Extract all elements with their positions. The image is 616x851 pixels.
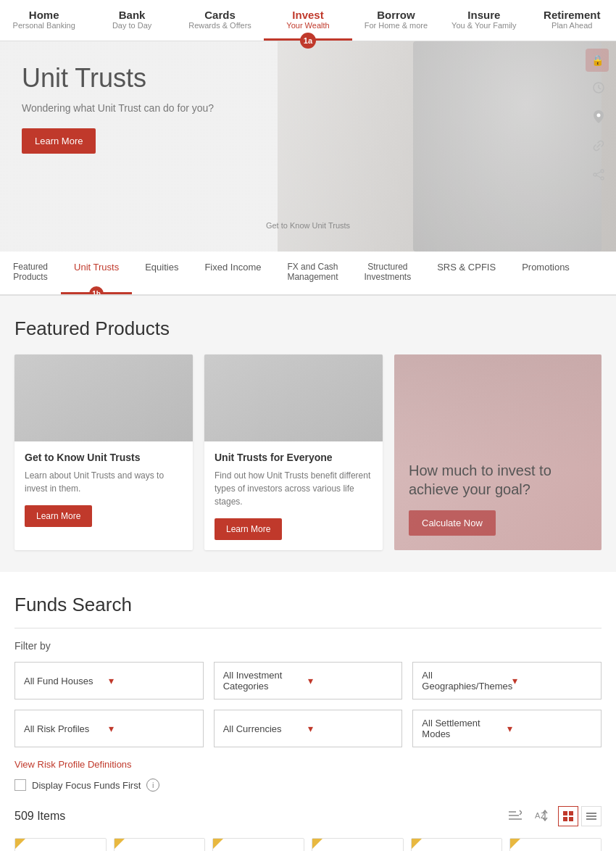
svg-point-5 bbox=[594, 173, 596, 176]
chevron-down-icon: ▾ bbox=[512, 675, 592, 686]
filter-risk-profiles[interactable]: All Risk Profiles ▾ bbox=[14, 710, 204, 747]
funds-search-title: Funds Search bbox=[14, 594, 602, 616]
filter-sort-icon[interactable] bbox=[506, 807, 525, 826]
product-card-2-image bbox=[204, 354, 383, 441]
featured-products-title: Featured Products bbox=[14, 317, 602, 340]
fund-flag-icon bbox=[510, 839, 520, 849]
chevron-down-icon: ▾ bbox=[109, 723, 193, 734]
hero-subtitle: Wondering what Unit Trust can do for you… bbox=[22, 102, 312, 114]
nav-insure[interactable]: Insure You & Your Family bbox=[440, 0, 528, 41]
fund-card[interactable]: AB FCP I Global High Yield A2 Acc 12.22%… bbox=[114, 838, 206, 851]
chevron-down-icon: ▾ bbox=[507, 723, 592, 734]
svg-line-2 bbox=[599, 88, 601, 89]
svg-text:A: A bbox=[535, 811, 541, 820]
clock-icon[interactable] bbox=[588, 78, 609, 98]
sub-nav-featured[interactable]: Featured Products bbox=[0, 252, 61, 294]
view-risk-profile-link[interactable]: View Risk Profile Definitions bbox=[14, 759, 132, 770]
fund-card[interactable]: AB FCP I Global High Yield AT AUD H Inc … bbox=[411, 838, 503, 851]
sub-nav-srs-cpfis[interactable]: SRS & CPFIS bbox=[424, 252, 509, 294]
lock-icon[interactable]: 🔒 bbox=[586, 49, 609, 72]
focus-funds-checkbox[interactable] bbox=[14, 779, 26, 791]
svg-point-3 bbox=[597, 114, 601, 117]
svg-line-8 bbox=[596, 175, 601, 178]
sub-nav-equities[interactable]: Equities bbox=[132, 252, 191, 294]
hero-content: Unit Trusts Wondering what Unit Trust ca… bbox=[22, 63, 312, 154]
svg-rect-18 bbox=[569, 817, 573, 821]
product-card-1-image bbox=[14, 354, 193, 441]
sub-nav-fixed-income[interactable]: Fixed Income bbox=[191, 252, 274, 294]
svg-rect-17 bbox=[563, 817, 567, 821]
product-card-2-learn-more[interactable]: Learn More bbox=[215, 518, 282, 540]
fund-card[interactable]: AB FCP I Global High Yield A2H EUR H Acc… bbox=[212, 838, 304, 851]
sub-nav-fx-cash[interactable]: FX and Cash Management bbox=[274, 252, 351, 294]
sub-nav-promotions[interactable]: Promotions bbox=[509, 252, 583, 294]
sort-az-icon[interactable]: A Z bbox=[532, 807, 551, 826]
featured-products-section: Featured Products Get to Know Unit Trust… bbox=[0, 296, 616, 572]
chevron-down-icon: ▾ bbox=[308, 723, 393, 734]
nav-invest[interactable]: Invest Your Wealth 1a bbox=[264, 0, 351, 41]
chevron-down-icon: ▾ bbox=[109, 675, 193, 686]
link-icon[interactable] bbox=[588, 136, 609, 156]
svg-point-4 bbox=[601, 170, 604, 173]
hero-caption: Get to Know Unit Trusts bbox=[266, 221, 350, 230]
fund-flag-icon bbox=[115, 839, 125, 849]
funds-search-section: Funds Search Filter by All Fund Houses ▾… bbox=[0, 572, 616, 851]
funds-divider bbox=[14, 628, 602, 628]
svg-point-6 bbox=[601, 177, 604, 180]
product-card-1: Get to Know Unit Trusts Learn about Unit… bbox=[14, 354, 193, 550]
calculate-now-button[interactable]: Calculate Now bbox=[409, 510, 496, 536]
filter-row-2: All Risk Profiles ▾ All Currencies ▾ All… bbox=[14, 710, 602, 747]
nav-retirement[interactable]: Retirement Plan Ahead bbox=[528, 0, 616, 41]
hero-learn-more-button[interactable]: Learn More bbox=[22, 128, 96, 154]
filter-investment-categories[interactable]: All Investment Categories ▾ bbox=[214, 662, 403, 700]
fund-flag-icon bbox=[412, 839, 422, 849]
hero-background bbox=[278, 41, 617, 252]
list-view-button[interactable] bbox=[581, 806, 602, 826]
nav-cards[interactable]: Cards Rewards & Offers bbox=[176, 0, 264, 41]
hero-banner: 🔒 Unit Trusts Wondering what Unit Trust … bbox=[0, 41, 616, 252]
results-header: 509 Items A Z bbox=[14, 806, 602, 826]
filter-fund-houses[interactable]: All Fund Houses ▾ bbox=[14, 662, 204, 700]
fund-card[interactable]: AB FCP I GLOBAL HIGH YIELD AT SGD H INC … bbox=[14, 838, 107, 851]
product-card-2-desc: Find out how Unit Trusts benefit differe… bbox=[215, 469, 372, 508]
hero-title: Unit Trusts bbox=[22, 63, 312, 94]
calculator-card-title: How much to invest to achieve your goal? bbox=[409, 461, 587, 499]
top-navigation: Home Personal Banking Bank Day to Day Ca… bbox=[0, 0, 616, 41]
filter-currencies[interactable]: All Currencies ▾ bbox=[214, 710, 403, 747]
calculator-card: How much to invest to achieve your goal?… bbox=[394, 354, 602, 550]
info-icon[interactable]: i bbox=[146, 779, 159, 792]
grid-view-button[interactable] bbox=[558, 806, 578, 826]
results-controls: A Z bbox=[506, 806, 602, 826]
product-card-2-title: Unit Trusts for Everyone bbox=[215, 452, 372, 463]
chevron-down-icon: ▾ bbox=[308, 675, 393, 686]
share-icon[interactable] bbox=[588, 165, 609, 185]
nav-borrow[interactable]: Borrow For Home & more bbox=[352, 0, 440, 41]
fund-flag-icon bbox=[312, 839, 322, 849]
fund-card[interactable]: AB FCP I Global High Yield AT AUD H Inc … bbox=[312, 838, 404, 851]
product-card-1-title: Get to Know Unit Trusts bbox=[25, 452, 183, 463]
product-card-1-learn-more[interactable]: Learn More bbox=[25, 505, 92, 527]
fund-cards-row: AB FCP I GLOBAL HIGH YIELD AT SGD H INC … bbox=[14, 838, 602, 851]
fund-card[interactable]: AB FCP I Global High Yield AT GBP H Inc … bbox=[509, 838, 602, 851]
nav-bank[interactable]: Bank Day to Day bbox=[88, 0, 175, 41]
sub-nav-unit-trusts[interactable]: Unit Trusts 1b bbox=[61, 252, 132, 294]
svg-rect-15 bbox=[563, 811, 567, 815]
fund-flag-icon bbox=[15, 839, 25, 849]
nav-home[interactable]: Home Personal Banking bbox=[0, 0, 88, 41]
svg-line-7 bbox=[596, 172, 601, 174]
side-icons bbox=[588, 78, 609, 185]
filter-settlement-modes[interactable]: All Settlement Modes ▾ bbox=[412, 710, 602, 747]
focus-funds-label: Display Focus Funds First bbox=[32, 780, 141, 791]
sub-nav-structured[interactable]: Structured Investments bbox=[351, 252, 425, 294]
svg-rect-16 bbox=[569, 811, 573, 815]
results-count: 509 Items bbox=[14, 810, 65, 823]
filter-geographies[interactable]: All Geographies/Themes ▾ bbox=[412, 662, 602, 700]
product-card-2: Unit Trusts for Everyone Find out how Un… bbox=[204, 354, 383, 550]
step-badge-1b: 1b bbox=[89, 286, 104, 296]
sub-navigation: Featured Products Unit Trusts 1b Equitie… bbox=[0, 252, 616, 296]
focus-funds-row: Display Focus Funds First i bbox=[14, 779, 602, 792]
step-badge-1a: 1a bbox=[300, 33, 316, 49]
location-icon[interactable] bbox=[588, 107, 609, 127]
product-card-1-desc: Learn about Unit Trusts and ways to inve… bbox=[25, 469, 183, 495]
filter-row-1: All Fund Houses ▾ All Investment Categor… bbox=[14, 662, 602, 700]
